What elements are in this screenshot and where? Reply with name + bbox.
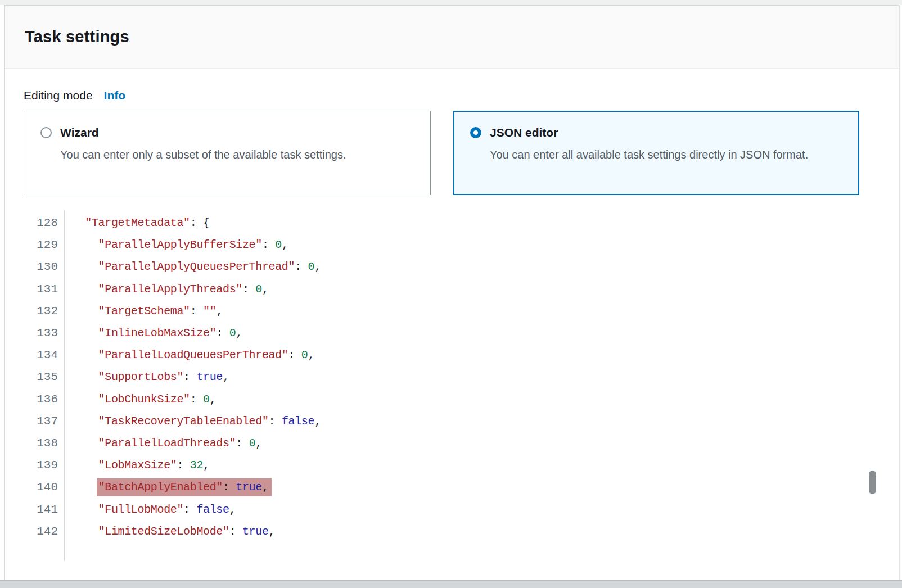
- page-top-strip: [0, 0, 902, 5]
- line-number: 138: [24, 437, 58, 450]
- editor-line[interactable]: 140 "BatchApplyEnabled": true,: [24, 476, 880, 498]
- code-line-content: "InlineLobMaxSize": 0,: [58, 327, 242, 340]
- line-number: 136: [24, 393, 58, 406]
- info-link[interactable]: Info: [104, 89, 125, 102]
- panel-header: Task settings: [5, 6, 899, 69]
- json-editor-option-card[interactable]: JSON editor You can enter all available …: [453, 111, 859, 195]
- editor-line[interactable]: 130 "ParallelApplyQueuesPerThread": 0,: [24, 256, 880, 278]
- line-number: 128: [24, 216, 58, 229]
- editor-code-area[interactable]: 128 "TargetMetadata": {129 "ParallelAppl…: [24, 212, 880, 542]
- editor-line[interactable]: 141 "FullLobMode": false,: [24, 498, 880, 520]
- page-title: Task settings: [25, 28, 129, 46]
- line-number: 141: [24, 503, 58, 516]
- task-settings-panel: Task settings Editing mode Info Wizard Y…: [4, 5, 899, 588]
- code-line-content: "ParallelLoadThreads": 0,: [58, 437, 262, 450]
- json-editor-option-head: JSON editor: [470, 126, 842, 139]
- editor-line[interactable]: 142 "LimitedSizeLobMode": true,: [24, 521, 880, 542]
- editor-line[interactable]: 132 "TargetSchema": "",: [24, 300, 880, 322]
- code-line-content: "ParallelLoadQueuesPerThread": 0,: [58, 349, 314, 361]
- wizard-option-head: Wizard: [40, 126, 414, 139]
- editor-line[interactable]: 136 "LobChunkSize": 0,: [24, 388, 880, 410]
- code-line-content: "LobMaxSize": 32,: [58, 459, 210, 472]
- editor-line[interactable]: 135 "SupportLobs": true,: [24, 366, 880, 388]
- page-bottom-strip: [0, 580, 902, 588]
- code-line-content: "FullLobMode": false,: [58, 503, 236, 516]
- code-line-content: "ParallelApplyBufferSize": 0,: [58, 238, 288, 251]
- editor-line[interactable]: 137 "TaskRecoveryTableEnabled": false,: [24, 410, 880, 432]
- line-number: 131: [24, 283, 58, 296]
- editor-line[interactable]: 133 "InlineLobMaxSize": 0,: [24, 322, 880, 344]
- line-number: 135: [24, 370, 58, 383]
- json-editor-radio[interactable]: [470, 127, 481, 138]
- line-number: 139: [24, 459, 58, 472]
- editing-mode-field: Editing mode Info: [24, 89, 880, 102]
- editor-line[interactable]: 128 "TargetMetadata": {: [24, 212, 880, 234]
- line-number: 137: [24, 415, 58, 428]
- line-number: 130: [24, 260, 58, 273]
- search-match-highlight: "BatchApplyEnabled": true,: [97, 478, 272, 496]
- panel-content: Editing mode Info Wizard You can enter o…: [5, 69, 899, 542]
- code-line-content: "TargetMetadata": {: [58, 216, 210, 229]
- code-line-content: "TaskRecoveryTableEnabled": false,: [58, 415, 321, 428]
- line-number: 142: [24, 525, 58, 538]
- wizard-option-card[interactable]: Wizard You can enter only a subset of th…: [24, 111, 431, 195]
- code-line-content: "BatchApplyEnabled": true,: [58, 481, 269, 494]
- editor-scrollbar-thumb[interactable]: [869, 471, 876, 494]
- line-number: 129: [24, 238, 58, 251]
- line-number: 140: [24, 481, 58, 494]
- wizard-radio[interactable]: [40, 127, 52, 138]
- code-line-content: "ParallelApplyQueuesPerThread": 0,: [58, 260, 321, 273]
- line-number: 134: [24, 349, 58, 361]
- editing-mode-label: Editing mode: [24, 89, 93, 102]
- json-editor-description: You can enter all available task setting…: [490, 144, 833, 165]
- editor-line[interactable]: 134 "ParallelLoadQueuesPerThread": 0,: [24, 344, 880, 366]
- code-line-content: "TargetSchema": "",: [58, 305, 223, 318]
- code-line-content: "LobChunkSize": 0,: [58, 393, 216, 406]
- json-code-editor[interactable]: 128 "TargetMetadata": {129 "ParallelAppl…: [24, 212, 880, 542]
- code-line-content: "LimitedSizeLobMode": true,: [58, 525, 275, 538]
- wizard-description: You can enter only a subset of the avail…: [60, 144, 403, 165]
- editing-mode-options: Wizard You can enter only a subset of th…: [24, 111, 880, 195]
- editor-line[interactable]: 131 "ParallelApplyThreads": 0,: [24, 278, 880, 300]
- line-number: 133: [24, 327, 58, 340]
- editor-line[interactable]: 138 "ParallelLoadThreads": 0,: [24, 432, 880, 454]
- code-line-content: "SupportLobs": true,: [58, 370, 229, 383]
- json-editor-label: JSON editor: [490, 126, 558, 139]
- editor-line[interactable]: 129 "ParallelApplyBufferSize": 0,: [24, 234, 880, 256]
- editor-line[interactable]: 139 "LobMaxSize": 32,: [24, 454, 880, 476]
- wizard-label: Wizard: [60, 126, 99, 139]
- line-number: 132: [24, 305, 58, 318]
- code-line-content: "ParallelApplyThreads": 0,: [58, 283, 269, 296]
